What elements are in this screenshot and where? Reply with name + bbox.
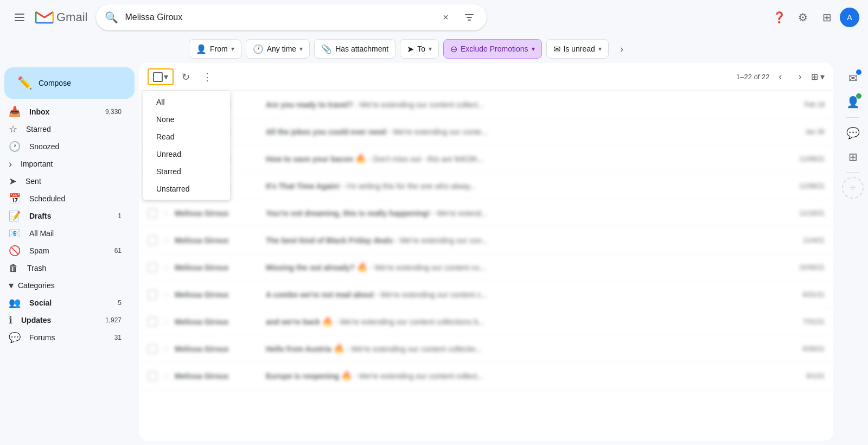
apps-button[interactable]: ⊞: [816, 7, 838, 28]
sent-label: Sent: [25, 177, 122, 186]
table-row[interactable]: ☆ Melissa Giroux and we're back 🔥 - We'r…: [139, 308, 833, 335]
table-row[interactable]: ☆ Melissa Giroux You're not dreaming, th…: [139, 200, 833, 227]
help-button[interactable]: ❓: [768, 7, 790, 28]
sidebar-item-social[interactable]: 👥 Social 5: [0, 294, 130, 312]
row-checkbox[interactable]: [148, 371, 157, 381]
sidebar-item-updates[interactable]: ℹ Updates 1,927: [0, 312, 130, 329]
filter-chip-exclude-promotions[interactable]: ⊖ Exclude Promotions ▾: [443, 39, 542, 59]
svg-rect-5: [468, 20, 471, 21]
row-star-icon[interactable]: ☆: [162, 289, 170, 301]
important-icon: ›: [9, 158, 12, 170]
dropdown-item-read[interactable]: Read: [143, 128, 230, 145]
sidebar-item-drafts[interactable]: 📝 Drafts 1: [0, 207, 130, 225]
row-checkbox[interactable]: [148, 236, 157, 245]
count-text: 1–22 of 22: [736, 73, 769, 81]
pagination-info: 1–22 of 22 ‹ › ⊞ ▾: [736, 68, 825, 86]
row-date: 11/08/21: [792, 155, 825, 163]
sidebar-item-inbox[interactable]: 📥 Inbox 9,330: [0, 103, 130, 120]
chat-panel-button[interactable]: 💬: [842, 122, 864, 144]
avatar[interactable]: A: [840, 8, 859, 27]
sidebar-item-sent[interactable]: ➤ Sent: [0, 173, 130, 190]
compose-button[interactable]: ✏️ Compose: [4, 67, 135, 99]
sidebar-item-forums[interactable]: 💬 Forums 31: [0, 329, 130, 346]
sidebar-item-snoozed[interactable]: 🕐 Snoozed: [0, 138, 130, 155]
sidebar-item-scheduled[interactable]: 📅 Scheduled: [0, 190, 130, 207]
row-content: Europe is reopening 🔥 - We're extending …: [266, 371, 788, 381]
right-panel: ✉ 👤 💬 ⊞ +: [838, 63, 868, 445]
row-star-icon[interactable]: ☆: [162, 234, 170, 246]
is-unread-chip-arrow: ▾: [598, 45, 602, 53]
row-star-icon[interactable]: ☆: [162, 207, 170, 219]
prev-page-button[interactable]: ‹: [772, 68, 789, 86]
table-row[interactable]: ☆ Melissa Giroux Europe is reopening 🔥 -…: [139, 363, 833, 390]
search-clear-button[interactable]: ×: [437, 9, 454, 26]
hamburger-button[interactable]: [9, 7, 30, 28]
scheduled-icon: 📅: [9, 193, 21, 205]
mail-panel-button[interactable]: ✉: [842, 67, 864, 89]
table-row[interactable]: ☆ Melissa Giroux The best kind of Black …: [139, 227, 833, 254]
sidebar-item-trash[interactable]: 🗑 Trash: [0, 259, 130, 277]
sidebar-item-starred[interactable]: ☆ Starred: [0, 120, 130, 138]
row-star-icon[interactable]: ☆: [162, 370, 170, 382]
sidebar-item-spam[interactable]: 🚫 Spam 61: [0, 242, 130, 259]
all-mail-icon: 📧: [9, 227, 21, 239]
row-checkbox[interactable]: [148, 317, 157, 327]
trash-label: Trash: [27, 264, 122, 272]
dropdown-item-unread[interactable]: Unread: [143, 145, 230, 163]
spam-label: Spam: [29, 246, 106, 255]
filter-chip-any-time[interactable]: 🕐 Any time ▾: [246, 39, 310, 59]
filter-chip-from[interactable]: 👤 From ▾: [189, 39, 241, 59]
row-date: 10/30/21: [792, 264, 825, 271]
row-star-icon[interactable]: ☆: [162, 262, 170, 274]
settings-button[interactable]: ⚙: [792, 7, 814, 28]
table-row[interactable]: ☆ Melissa Giroux All the jokes you could…: [139, 118, 833, 145]
table-row[interactable]: ☆ Melissa Giroux Missing the out already…: [139, 254, 833, 281]
spaces-panel-button[interactable]: ⊞: [842, 146, 864, 168]
meet-panel-button[interactable]: 👤: [842, 91, 864, 113]
more-chips-button[interactable]: ›: [613, 40, 630, 58]
from-chip-icon: 👤: [196, 44, 207, 54]
social-count: 5: [118, 299, 122, 307]
top-bar: Gmail 🔍 × ❓ ⚙ ⊞ A: [0, 0, 868, 35]
table-row[interactable]: ☆ Melissa Giroux Are you ready to travel…: [139, 91, 833, 118]
row-content: How to save your bacon 🔥 - Don't miss ou…: [266, 154, 788, 164]
row-star-icon[interactable]: ☆: [162, 316, 170, 328]
table-row[interactable]: ☆ Melissa Giroux Hello from Austria 🔥 - …: [139, 335, 833, 363]
select-checkbox: [153, 72, 163, 82]
filter-chip-to[interactable]: ➤ To ▾: [400, 39, 439, 59]
search-input[interactable]: [125, 12, 430, 22]
forums-label: Forums: [29, 333, 106, 342]
table-row[interactable]: ☆ Melissa Giroux How to save your bacon …: [139, 145, 833, 173]
row-star-icon[interactable]: ☆: [162, 343, 170, 355]
spam-icon: 🚫: [9, 245, 21, 257]
categories-header[interactable]: ▾ Categories: [0, 277, 130, 294]
dropdown-item-none[interactable]: None: [143, 111, 230, 128]
search-advanced-button[interactable]: [461, 9, 478, 26]
updates-label: Updates: [21, 316, 97, 325]
select-checkbox-area[interactable]: ▾: [148, 68, 174, 85]
next-page-button[interactable]: ›: [792, 68, 809, 86]
more-actions-button[interactable]: ⋮: [197, 67, 217, 87]
row-checkbox[interactable]: [148, 208, 157, 218]
row-date: Feb 19: [792, 101, 825, 109]
svg-rect-3: [465, 14, 474, 15]
row-content: and we're back 🔥 - We're extending our c…: [266, 316, 788, 327]
filter-chip-is-unread[interactable]: ✉ Is unread ▾: [546, 39, 609, 59]
row-checkbox[interactable]: [148, 344, 157, 354]
table-row[interactable]: ☆ Melissa Giroux A combo we're not mad a…: [139, 281, 833, 308]
filter-chip-has-attachment[interactable]: 📎 Has attachment: [314, 39, 395, 59]
row-date: 11/18/21: [792, 209, 825, 217]
dropdown-item-unstarred[interactable]: Unstarred: [143, 180, 230, 198]
dropdown-item-all[interactable]: All: [143, 93, 230, 111]
refresh-button[interactable]: ↻: [176, 67, 195, 87]
row-checkbox[interactable]: [148, 290, 157, 300]
add-panel-button[interactable]: +: [842, 177, 864, 199]
sidebar-item-all-mail[interactable]: 📧 All Mail: [0, 225, 130, 242]
view-toggle[interactable]: ⊞ ▾: [811, 72, 825, 82]
row-checkbox[interactable]: [148, 263, 157, 272]
table-row[interactable]: ☆ Melissa Giroux It's That Time Again! -…: [139, 173, 833, 200]
has-attachment-chip-icon: 📎: [321, 44, 332, 54]
sidebar-item-important[interactable]: › Important: [0, 155, 130, 173]
dropdown-item-starred[interactable]: Starred: [143, 163, 230, 180]
scheduled-label: Scheduled: [29, 194, 122, 203]
